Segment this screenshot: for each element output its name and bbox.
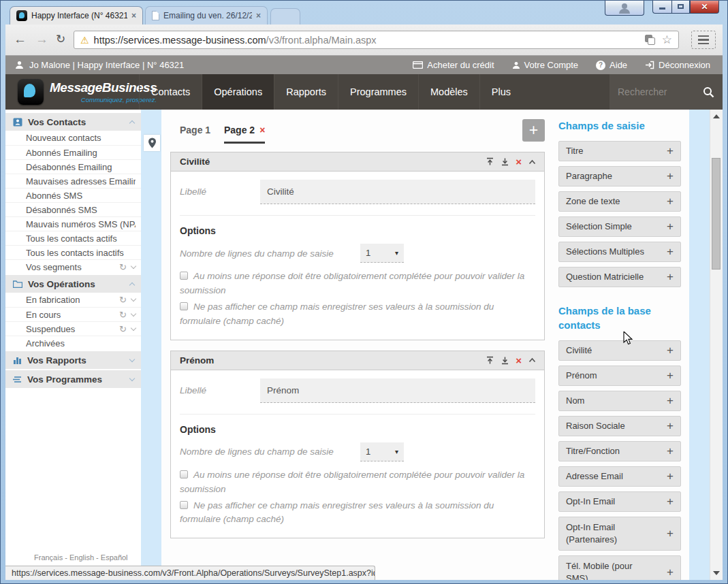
palette-button-optin-email-partenaires[interactable]: Opt-In Email (Partenaires)+: [558, 517, 681, 551]
reload-button[interactable]: ↻: [56, 30, 65, 49]
sidebar-pin-button[interactable]: [144, 135, 160, 151]
chevron-down-icon[interactable]: [129, 356, 135, 361]
palette-button-zone-de-texte[interactable]: Zone de texte+: [558, 191, 681, 212]
delete-panel-icon[interactable]: ×: [516, 355, 522, 366]
url-bar[interactable]: ⚠ https://services.message-business.com/…: [74, 31, 679, 49]
chevron-up-icon[interactable]: [129, 282, 135, 287]
refresh-icon[interactable]: ↻: [119, 310, 127, 319]
move-top-icon[interactable]: [486, 157, 494, 166]
browser-tab-inactive[interactable]: Emailing du ven. 26/12/20 ×: [145, 6, 268, 25]
sidebar-section-contacts[interactable]: Vos Contacts: [5, 113, 141, 131]
palette-button-optin-email[interactable]: Opt-In Email+: [558, 491, 681, 512]
sidebar-item[interactable]: Abonnés Emailing: [5, 145, 141, 159]
sidebar-item[interactable]: Désabonnés Emailing: [5, 159, 141, 174]
maximize-button[interactable]: [671, 0, 690, 14]
close-button[interactable]: ✕: [690, 0, 719, 14]
sidebar-item-segments[interactable]: Vos segments↻: [5, 259, 141, 274]
security-warning-icon[interactable]: ⚠: [80, 35, 89, 46]
chevron-up-icon[interactable]: [129, 120, 135, 125]
lines-count-select[interactable]: 1 ▾: [360, 244, 404, 263]
form-page-tab-1[interactable]: Page 1: [180, 125, 210, 135]
chevron-down-icon[interactable]: [131, 325, 136, 330]
palette-button-nom[interactable]: Nom+: [558, 391, 681, 411]
nav-item-rapports[interactable]: Rapports: [274, 74, 338, 110]
libelle-input[interactable]: [260, 180, 535, 204]
palette-button-titre-fonction[interactable]: Titre/Fonction+: [558, 441, 681, 461]
bookmark-star-icon[interactable]: ☆: [662, 33, 672, 47]
palette-button-paragraphe[interactable]: Paragraphe+: [558, 166, 681, 186]
sidebar-item-encours[interactable]: En cours↻: [5, 307, 141, 321]
account-link[interactable]: Votre Compte: [512, 60, 579, 70]
palette-button-selections-multiples[interactable]: Sélections Multiples+: [558, 242, 681, 262]
search-icon[interactable]: [703, 86, 714, 98]
form-page-tab-2[interactable]: Page 2 ×: [224, 125, 265, 144]
sidebar-section-programs[interactable]: Vos Programmes: [5, 370, 141, 388]
required-checkbox[interactable]: [180, 470, 188, 478]
chevron-down-icon[interactable]: [131, 263, 136, 268]
profile-avatar-button[interactable]: [605, 0, 644, 16]
refresh-icon[interactable]: ↻: [119, 263, 127, 272]
nav-item-plus[interactable]: Plus: [479, 74, 522, 110]
sidebar-item[interactable]: Mauvaises adresses Emailing: [5, 174, 141, 188]
sidebar-item[interactable]: Abonnés SMS: [5, 188, 141, 202]
scroll-up-icon[interactable]: [713, 114, 720, 118]
sidebar-section-reports[interactable]: Vos Rapports: [5, 351, 141, 369]
palette-button-raison-sociale[interactable]: Raison Sociale+: [558, 416, 681, 436]
tab-close-icon[interactable]: ×: [256, 11, 261, 20]
new-tab-button[interactable]: [270, 8, 300, 25]
sidebar-item[interactable]: Désabonnés SMS: [5, 202, 141, 216]
browser-menu-button[interactable]: [691, 31, 716, 49]
palette-button-adresse-email[interactable]: Adresse Email+: [558, 466, 681, 487]
translate-icon[interactable]: [645, 35, 655, 45]
lines-count-select[interactable]: 1 ▾: [360, 442, 404, 461]
sidebar-item-suspendues[interactable]: Suspendues↻: [5, 321, 141, 336]
language-links[interactable]: Français - English - Español: [34, 553, 128, 562]
logout-link[interactable]: Déconnexion: [645, 60, 710, 70]
libelle-input[interactable]: [260, 378, 535, 403]
hidden-field-checkbox[interactable]: [180, 302, 188, 310]
sidebar-item[interactable]: Mauvais numéros SMS (NPA: [5, 216, 141, 231]
sidebar-item-fabrication[interactable]: En fabrication↻: [5, 293, 141, 307]
refresh-icon[interactable]: ↻: [119, 325, 127, 334]
sidebar-item[interactable]: Nouveaux contacts: [5, 131, 141, 145]
delete-panel-icon[interactable]: ×: [516, 157, 522, 167]
move-bottom-icon[interactable]: [501, 157, 509, 166]
search-input[interactable]: [618, 86, 697, 97]
nav-item-operations[interactable]: Opérations: [202, 74, 274, 110]
sidebar-item-archivees[interactable]: Archivées: [5, 336, 141, 350]
remove-page-icon[interactable]: ×: [259, 125, 265, 135]
chevron-down-icon[interactable]: [131, 310, 136, 316]
hidden-field-checkbox[interactable]: [180, 501, 188, 509]
sidebar-section-operations[interactable]: Vos Opérations: [5, 275, 141, 293]
collapse-chevron-icon[interactable]: [528, 159, 537, 165]
sidebar-item[interactable]: Tous les contacts actifs: [5, 231, 141, 245]
scrollbar-thumb[interactable]: [712, 158, 721, 270]
palette-button-civilite[interactable]: Civilité+: [558, 340, 681, 361]
required-checkbox[interactable]: [180, 272, 188, 280]
sidebar-item[interactable]: Tous les contacts inactifs: [5, 245, 141, 259]
palette-button-tel-mobile-sms[interactable]: Tél. Mobile (pour SMS)+: [558, 555, 681, 580]
brand-logo[interactable]: MessageBusiness Communiquez, prosperez.: [5, 74, 139, 110]
minimize-button[interactable]: [652, 0, 671, 14]
browser-tab-active[interactable]: Happy Interface (N° 46321 ×: [10, 6, 143, 25]
chevron-down-icon[interactable]: [131, 296, 136, 302]
nav-item-modeles[interactable]: Modèles: [418, 74, 479, 110]
palette-button-question-matricielle[interactable]: Question Matricielle+: [558, 267, 681, 287]
help-link[interactable]: ? Aide: [596, 60, 627, 70]
scroll-down-icon[interactable]: [713, 571, 720, 575]
nav-item-programmes[interactable]: Programmes: [338, 74, 418, 110]
palette-button-prenom[interactable]: Prénom+: [558, 366, 681, 386]
back-button[interactable]: ←: [14, 30, 27, 49]
add-page-button[interactable]: +: [522, 119, 545, 142]
move-bottom-icon[interactable]: [501, 356, 509, 365]
move-top-icon[interactable]: [486, 356, 494, 365]
vertical-scrollbar[interactable]: [710, 110, 723, 580]
nav-item-contacts[interactable]: Contacts: [139, 74, 202, 110]
refresh-icon[interactable]: ↻: [119, 295, 127, 304]
palette-button-titre[interactable]: Titre+: [558, 141, 681, 161]
palette-button-selection-simple[interactable]: Sélection Simple+: [558, 216, 681, 237]
chevron-down-icon[interactable]: [129, 375, 135, 380]
buy-credit-link[interactable]: Acheter du crédit: [413, 60, 494, 70]
forward-button[interactable]: →: [35, 30, 48, 49]
tab-close-icon[interactable]: ×: [131, 11, 136, 20]
